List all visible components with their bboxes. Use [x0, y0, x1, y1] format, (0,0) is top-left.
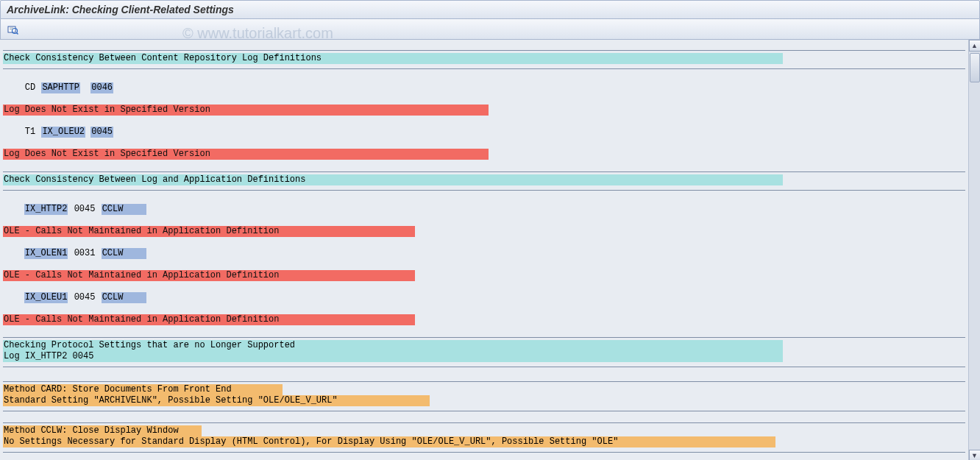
section-header: Check Consistency Between Content Reposi…	[3, 53, 783, 64]
section-header: Checking Protocol Settings that are no L…	[3, 340, 783, 351]
method-text: Standard Setting "ARCHIVELNK", Possible …	[3, 395, 430, 406]
scroll-thumb[interactable]	[970, 53, 980, 82]
log-row: T1 IX_OLEU2 0045	[3, 116, 965, 149]
window-title: ArchiveLink: Checking Client-Related Set…	[0, 0, 980, 19]
scroll-track[interactable]	[969, 52, 981, 450]
divider	[3, 367, 965, 367]
error-message: Log Does Not Exist in Specified Version	[3, 149, 489, 160]
error-message: OLE - Calls Not Maintained in Applicatio…	[3, 226, 415, 237]
log-row: IX_OLEU1 0045 CCLW	[3, 281, 965, 314]
section-header: Check Consistency Between Log and Applic…	[3, 174, 783, 185]
section-subheader: Log IX_HTTP2 0045	[3, 351, 783, 362]
divider	[3, 190, 965, 191]
method-header: Method CARD: Store Documents From Front …	[3, 384, 283, 395]
error-message: OLE - Calls Not Maintained in Applicatio…	[3, 270, 415, 281]
divider	[3, 381, 965, 382]
vertical-scrollbar[interactable]: ▲ ▼	[968, 40, 980, 460]
divider	[3, 68, 965, 69]
method-text: No Settings Necessary for Standard Displ…	[3, 436, 775, 447]
scroll-down-button[interactable]: ▼	[969, 450, 981, 460]
divider	[3, 50, 965, 51]
divider	[3, 171, 965, 172]
log-row: IX_HTTP2 0045 CCLW	[3, 193, 965, 226]
svg-line-2	[17, 32, 18, 34]
divider	[3, 422, 965, 423]
log-row: IX_OLEN1 0031 CCLW	[3, 237, 965, 270]
divider	[3, 452, 965, 453]
print-preview-icon[interactable]	[5, 22, 20, 37]
report-body: Check Consistency Between Content Reposi…	[0, 40, 968, 460]
scroll-up-button[interactable]: ▲	[969, 40, 981, 52]
error-message: Log Does Not Exist in Specified Version	[3, 105, 489, 116]
divider	[3, 337, 965, 338]
divider	[3, 411, 965, 411]
toolbar	[0, 19, 980, 40]
log-row: CD SAPHTTP 0046	[3, 71, 965, 105]
error-message: OLE - Calls Not Maintained in Applicatio…	[3, 314, 415, 325]
method-header: Method CCLW: Close Display Window	[3, 425, 202, 436]
